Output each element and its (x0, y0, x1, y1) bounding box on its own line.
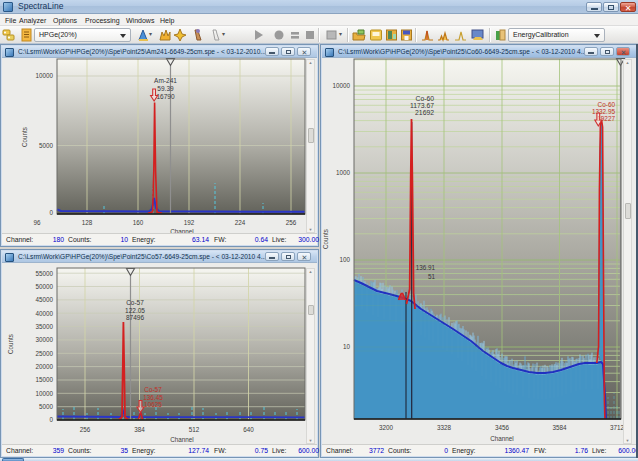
svg-text:51: 51 (428, 273, 436, 280)
svg-text:10: 10 (343, 343, 351, 350)
svg-text:10000: 10000 (35, 390, 53, 397)
svg-text:0: 0 (49, 416, 53, 423)
svg-text:3200: 3200 (379, 424, 394, 431)
svg-text:Counts: Counts (322, 229, 329, 249)
svg-text:384: 384 (134, 426, 145, 433)
svg-text:3456: 3456 (495, 424, 510, 431)
svg-text:5000: 5000 (39, 142, 54, 149)
svg-text:45000: 45000 (35, 296, 53, 303)
svg-text:21692: 21692 (415, 109, 434, 116)
svg-text:55000: 55000 (35, 270, 53, 277)
svg-text:Counts: Counts (7, 334, 14, 354)
svg-text:160: 160 (133, 219, 144, 226)
svg-text:59.39: 59.39 (157, 85, 174, 92)
svg-text:224: 224 (235, 219, 246, 226)
svg-text:1000: 1000 (336, 169, 351, 176)
svg-text:25000: 25000 (35, 350, 53, 357)
svg-text:40000: 40000 (35, 310, 53, 317)
svg-text:Counts: Counts (21, 127, 28, 147)
svg-text:1332.95: 1332.95 (592, 108, 616, 115)
svg-text:96: 96 (33, 219, 41, 226)
svg-text:100: 100 (339, 256, 350, 263)
svg-text:10625: 10625 (144, 401, 162, 408)
svg-text:87496: 87496 (126, 314, 144, 321)
svg-text:3328: 3328 (437, 424, 452, 431)
svg-text:136.91: 136.91 (416, 264, 436, 271)
svg-text:3584: 3584 (552, 424, 567, 431)
svg-text:136.45: 136.45 (143, 394, 163, 401)
svg-text:640: 640 (243, 426, 254, 433)
svg-text:10000: 10000 (35, 72, 53, 79)
svg-text:Am-241: Am-241 (154, 77, 177, 84)
svg-text:256: 256 (80, 426, 91, 433)
svg-text:256: 256 (286, 219, 297, 226)
svg-text:122.05: 122.05 (125, 307, 145, 314)
svg-text:128: 128 (82, 219, 93, 226)
svg-text:0: 0 (49, 209, 53, 216)
svg-text:Channel: Channel (170, 436, 193, 443)
svg-text:30000: 30000 (35, 336, 53, 343)
svg-text:10000: 10000 (332, 82, 350, 89)
svg-text:15000: 15000 (35, 376, 53, 383)
svg-text:20000: 20000 (35, 363, 53, 370)
svg-text:5000: 5000 (39, 403, 54, 410)
svg-text:35000: 35000 (35, 323, 53, 330)
svg-text:50000: 50000 (35, 283, 53, 290)
svg-text:Co-57: Co-57 (126, 299, 144, 306)
svg-text:Co-57: Co-57 (144, 386, 162, 393)
svg-text:Channel: Channel (490, 435, 513, 442)
svg-text:16790: 16790 (156, 93, 174, 100)
svg-text:512: 512 (189, 426, 200, 433)
svg-text:Co-60: Co-60 (598, 101, 616, 108)
svg-text:192: 192 (184, 219, 195, 226)
